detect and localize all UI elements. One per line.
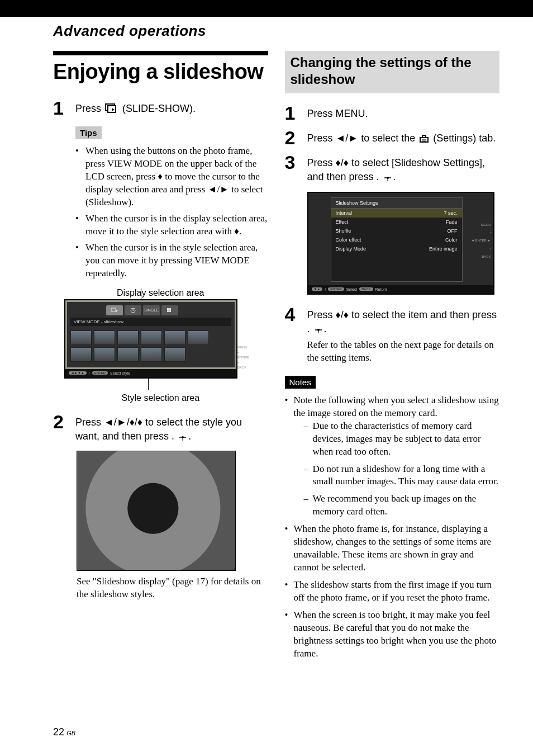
- svg-rect-16: [422, 135, 426, 138]
- page-number: 22: [53, 726, 64, 738]
- page-title: Enjoying a slideshow: [53, 60, 268, 84]
- viewmode-screenshot: SINGLE VIEW MODE - slideshow: [64, 299, 237, 379]
- thumbnail: [94, 347, 115, 362]
- settings-panel: Slideshow Settings Interval7 sec. Effect…: [331, 197, 463, 282]
- right-column: Changing the settings of the slideshow 1…: [285, 51, 500, 665]
- row-key: Color effect: [336, 237, 361, 243]
- settings-row: EffectFade: [331, 218, 462, 226]
- nav-pill: ▼▲: [312, 287, 323, 291]
- step1-pre: Press: [75, 103, 104, 114]
- subsection-title: Changing the settings of the slideshow: [291, 54, 494, 88]
- mode-bar: VIEW MODE - slideshow: [70, 318, 231, 326]
- page-content: Advanced operations Enjoying a slideshow…: [0, 17, 533, 665]
- bottom-text: Select style: [110, 371, 130, 375]
- step-1: 1 Press (SLIDE-SHOW).: [53, 98, 268, 117]
- enter-icon: [314, 324, 323, 338]
- step-number: 3: [285, 153, 307, 172]
- settings-bottom-bar: ▼▲ / ENTER Select BACK Return: [308, 285, 493, 294]
- tab-slideshow: [106, 305, 123, 315]
- side-dot: •: [466, 245, 491, 253]
- note-subitem: Due to the characteristics of memory car…: [304, 420, 500, 459]
- sunflower-image: [77, 451, 236, 571]
- row-key: Interval: [336, 210, 353, 216]
- row-value: Color: [445, 237, 458, 243]
- settings-row: Display ModeEntire image: [331, 244, 462, 253]
- tab-index: [161, 305, 178, 315]
- row-key: Effect: [336, 219, 349, 225]
- settings-row: Color effectColor: [331, 235, 462, 244]
- thumbnail-grid: [67, 329, 235, 367]
- note-item: Note the following when you select a sli…: [285, 394, 500, 518]
- side-dot: •: [237, 350, 258, 355]
- page-region: GB: [66, 730, 75, 736]
- side-back: BACK: [237, 365, 258, 370]
- r-step-2: 2 Press ◄/► to select the (Settings) tab…: [285, 128, 500, 147]
- enter-pill: ENTER: [328, 287, 344, 291]
- svg-rect-8: [167, 308, 169, 310]
- r-step2-pre: Press ◄/► to select the: [307, 133, 418, 144]
- display-selection-caption: Display selection area: [53, 288, 268, 298]
- row-key: Display Mode: [336, 246, 367, 252]
- row-value: 7 sec.: [444, 210, 457, 216]
- subsection-title-box: Changing the settings of the slideshow: [285, 51, 500, 93]
- svg-rect-9: [169, 308, 171, 310]
- r-step2-post: (Settings) tab.: [433, 133, 496, 144]
- tip-item: When using the buttons on the photo fram…: [75, 145, 268, 209]
- step-number: 4: [285, 305, 307, 324]
- thumbnail: [141, 330, 162, 345]
- side-enter: ENTER: [237, 355, 258, 360]
- thumbnail: [94, 330, 115, 345]
- settings-row: Interval7 sec.: [331, 209, 462, 218]
- step-text: Press MENU.: [307, 103, 368, 121]
- step-number: 1: [285, 103, 307, 122]
- slash: /: [89, 371, 90, 375]
- svg-rect-10: [167, 310, 169, 312]
- r-step4-b: Refer to the tables on the next page for…: [307, 338, 500, 365]
- section-header: Advanced operations: [53, 22, 499, 40]
- thumbnail: [117, 347, 139, 362]
- step-text: Press ◄/►/♦/♦ to select the style you wa…: [75, 412, 268, 445]
- side-dot: •: [237, 360, 258, 365]
- tab-single: SINGLE: [143, 305, 160, 315]
- tips-list: When using the buttons on the photo fram…: [53, 145, 268, 280]
- side-dot: •: [466, 229, 491, 237]
- step-text: Press ◄/► to select the (Settings) tab.: [307, 128, 496, 147]
- settings-screenshot: Slideshow Settings Interval7 sec. Effect…: [307, 192, 494, 295]
- side-labels: MENU • ENTER • BACK: [237, 345, 258, 370]
- thumbnail: [141, 347, 162, 362]
- step-text: Press (SLIDE-SHOW).: [75, 98, 196, 117]
- slash: /: [325, 287, 326, 291]
- r-step-3: 3 Press ♦/♦ to select [Slideshow Setting…: [285, 153, 500, 186]
- svg-marker-4: [116, 310, 118, 312]
- left-column: Enjoying a slideshow 1 Press (SLIDE-SHOW…: [53, 51, 268, 665]
- back-pill: BACK: [359, 287, 373, 291]
- r-step3-text: Press ♦/♦ to select [Slideshow Settings]…: [307, 157, 486, 182]
- side-back: BACK: [466, 253, 491, 261]
- thumbnail: [70, 347, 92, 362]
- tips-badge: Tips: [75, 126, 102, 139]
- svg-point-20: [387, 177, 389, 179]
- svg-rect-11: [169, 310, 171, 312]
- screenshot-inner: SINGLE VIEW MODE - slideshow: [65, 300, 236, 369]
- thumbnail: [164, 347, 185, 362]
- svg-point-13: [182, 436, 184, 438]
- settings-row: ShuffleOFF: [331, 226, 462, 235]
- step-text: Press ♦/♦ to select the item and then pr…: [307, 305, 500, 365]
- nav-pill: ◄►▼▲: [69, 371, 87, 375]
- select-text: Select: [346, 287, 357, 291]
- tab-row: SINGLE: [67, 302, 235, 315]
- side-enter: ◄ ENTER ►: [466, 237, 491, 244]
- step-number: 2: [285, 128, 307, 147]
- thumbnail: [164, 330, 185, 345]
- note-item: When the screen is too bright, it may ma…: [285, 609, 500, 660]
- enter-icon: [383, 172, 392, 186]
- bottom-bar: ◄►▼▲ / ENTER Select style: [65, 369, 236, 377]
- tip-item: When the cursor is in the display select…: [75, 212, 268, 238]
- note-item: When the photo frame is, for instance, d…: [285, 523, 500, 574]
- r-step-4: 4 Press ♦/♦ to select the item and then …: [285, 305, 500, 365]
- tip-item: When the cursor is in the style selectio…: [75, 242, 268, 280]
- thumbnail: [188, 330, 209, 345]
- settings-icon: [419, 133, 429, 147]
- title-rule: [53, 51, 268, 55]
- side-menu: MENU: [466, 221, 491, 229]
